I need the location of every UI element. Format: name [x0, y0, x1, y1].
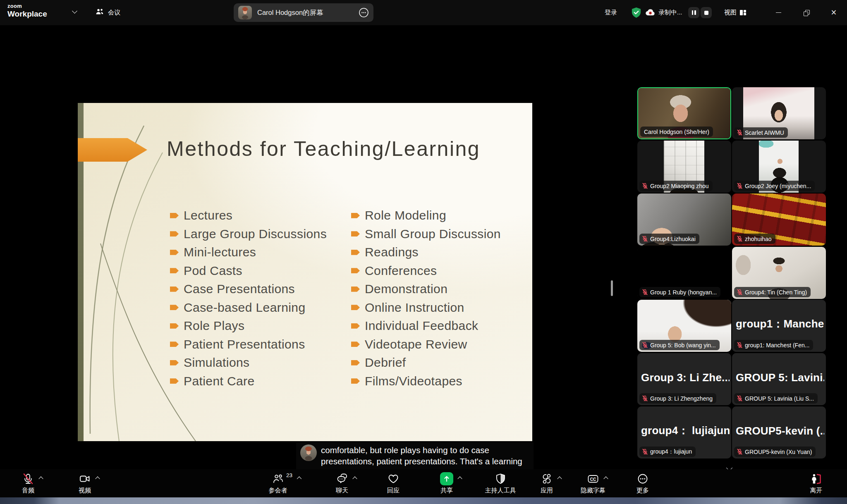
participant-count-badge: 23 [286, 472, 292, 478]
people-icon [95, 8, 104, 17]
close-button[interactable]: × [825, 0, 842, 25]
toolbar-button-apps[interactable]: 应用 [541, 472, 553, 494]
slide-bullet-item: Videotape Review [351, 335, 501, 354]
chevron-up-icon[interactable] [297, 476, 301, 481]
bullet-text: Demonstration [365, 282, 447, 296]
participant-tile[interactable]: Group2 Miaoping zhou [637, 141, 731, 193]
bullet-text: Conferences [365, 264, 437, 278]
participant-tile[interactable]: Group4: Tin (Chen Ting) [732, 247, 826, 299]
slide-bullet-item: Mini-lectures [170, 243, 327, 262]
participant-tile[interactable]: group1：Manche...group1: Manchest (Fen... [732, 300, 826, 352]
slide-bullet-column-left: LecturesLarge Group DiscussionsMini-lect… [170, 206, 327, 390]
participant-name-label: Group2 Joey (miyuchen... [734, 181, 815, 191]
chevron-up-icon[interactable] [352, 476, 357, 481]
stop-recording-button[interactable] [701, 7, 712, 18]
leave-icon [810, 473, 822, 485]
tab-ellipsis-icon[interactable] [359, 7, 369, 18]
participant-display-name: GROUP5-kevin (... [736, 425, 824, 437]
camera-icon [79, 473, 91, 485]
slide-bullet-item: Online Instruction [351, 299, 501, 317]
participant-tile[interactable]: Carol Hodgson (She/Her) [637, 87, 731, 139]
toolbar-button-heart[interactable]: 回应 [387, 472, 400, 494]
slide-bullet-item: Patient Presentations [170, 335, 327, 354]
share-icon [440, 472, 453, 485]
toolbar-button-label: 应用 [541, 487, 553, 494]
participant-name-label: zhohuihao [734, 234, 775, 244]
muted-mic-icon [642, 342, 648, 348]
chevron-up-icon[interactable] [457, 476, 462, 481]
taskbar-strip [0, 497, 847, 504]
stage-scrollbar[interactable] [611, 280, 613, 296]
login-button[interactable]: 登录 [605, 0, 617, 25]
slide-bullet-item: Debrief [351, 354, 501, 372]
minimize-button[interactable] [770, 0, 787, 25]
bullet-text: Simulations [184, 356, 249, 370]
presenter-avatar [238, 6, 252, 19]
participant-name: Scarlet AIWMU [745, 129, 784, 136]
chevron-up-icon[interactable] [38, 476, 43, 481]
toolbar-button-label: 共享 [440, 487, 453, 494]
participant-tile[interactable]: Group 5: Bob (wang yin... [637, 300, 731, 352]
participant-name-label: Group4: Tin (Chen Ting) [734, 287, 811, 297]
bullet-text: Pod Casts [184, 264, 242, 278]
participant-name-label: Carol Hodgson (She/Her) [640, 127, 713, 137]
toolbar-button-label: 隐藏字幕 [581, 487, 605, 494]
participant-tile[interactable]: GROUP5-kevin (...GROUP5-kevin (Xu Yuan) [732, 406, 826, 459]
toolbar-button-host-tools[interactable]: 主持人工具 [485, 472, 516, 494]
bullet-arrow-icon [351, 323, 360, 329]
toolbar-button-more[interactable]: 更多 [636, 472, 649, 494]
bullet-text: Individual Feedback [365, 319, 478, 333]
view-button[interactable]: 视图 [724, 0, 737, 25]
pause-recording-button[interactable] [688, 7, 699, 18]
participant-tile[interactable]: GROUP 5: Lavini...GROUP 5: Lavinia (Liu … [732, 353, 826, 405]
slide-bullet-item: Patient Care [170, 372, 327, 391]
bullet-text: Mini-lectures [184, 245, 256, 259]
zoom-meeting-window: zoom Workplace 会议 Carol Hodgson的屏幕 登录 录制… [0, 0, 847, 504]
toolbar-button-mic-muted[interactable]: 音频 [22, 472, 34, 494]
toolbar-button-label: 回应 [387, 487, 400, 494]
participant-name-label: Group 3: Li Zhengzheng [639, 393, 716, 404]
toolbar-button-cc[interactable]: CC隐藏字幕 [581, 472, 605, 494]
logo-workplace-text: Workplace [7, 10, 47, 18]
cloud-recording-icon [645, 0, 656, 25]
toolbar-button-camera[interactable]: 视频 [79, 472, 91, 494]
restore-button[interactable] [798, 0, 815, 25]
slide-bullet-column-right: Role ModelingSmall Group DiscussionReadi… [351, 206, 501, 390]
meeting-toolbar: 音频视频23参会者聊天回应共享主持人工具应用CC隐藏字幕更多离开 [0, 469, 847, 497]
toolbar-button-leave[interactable]: 离开 [810, 472, 822, 494]
slide-bullet-item: Conferences [351, 262, 501, 280]
host-tools-icon [494, 473, 507, 485]
toolbar-button-share[interactable]: 共享 [440, 472, 453, 494]
participant-tile[interactable]: Group2 Joey (miyuchen... [732, 141, 826, 193]
bullet-arrow-icon [170, 287, 179, 292]
participant-name-label: GROUP 5: Lavinia (Liu S... [734, 393, 818, 404]
participant-tile[interactable]: Group 3: Li Zhe...Group 3: Li Zhengzheng [637, 353, 731, 405]
bullet-arrow-icon [351, 360, 360, 365]
mic-muted-icon [22, 473, 34, 485]
security-shield-icon[interactable] [631, 0, 641, 25]
participant-name: Group 1 Ruby (hongyan... [650, 289, 717, 296]
chevron-up-icon[interactable] [95, 476, 100, 481]
participant-name: Group4:Lizhuokai [650, 236, 696, 242]
bullet-text: Debrief [365, 356, 406, 370]
titlebar: zoom Workplace 会议 Carol Hodgson的屏幕 登录 录制… [0, 0, 847, 25]
toolbar-button-chat[interactable]: 聊天 [336, 472, 348, 494]
participant-tile[interactable]: group4： lujiajungroup4：lujiajun [637, 406, 731, 459]
participant-tile[interactable]: Group 1 Ruby (hongyan... [637, 247, 731, 299]
chevron-up-icon[interactable] [557, 476, 562, 481]
slide-title: Methods for Teaching/Learning [167, 137, 480, 161]
meeting-tab[interactable]: 会议 [95, 0, 120, 25]
participant-tile[interactable]: Scarlet AIWMU [732, 87, 826, 139]
shared-screen-tab[interactable]: Carol Hodgson的屏幕 [234, 3, 373, 22]
participant-name-label: Group4:Lizhuokai [639, 234, 699, 244]
toolbar-button-participants[interactable]: 23参会者 [269, 472, 287, 494]
participant-tile[interactable]: zhohuihao [732, 193, 826, 246]
participant-name-label: Group2 Miaoping zhou [639, 181, 713, 191]
shared-screen-title: Carol Hodgson的屏幕 [257, 8, 323, 17]
view-layout-icon[interactable] [739, 0, 747, 25]
chevron-up-icon[interactable] [603, 476, 608, 481]
workspace-chevron-down-icon[interactable] [72, 8, 77, 14]
bullet-text: Patient Care [184, 374, 255, 388]
toolbar-button-label: 离开 [810, 487, 822, 494]
participant-tile[interactable]: Group4:Lizhuokai [637, 193, 731, 246]
